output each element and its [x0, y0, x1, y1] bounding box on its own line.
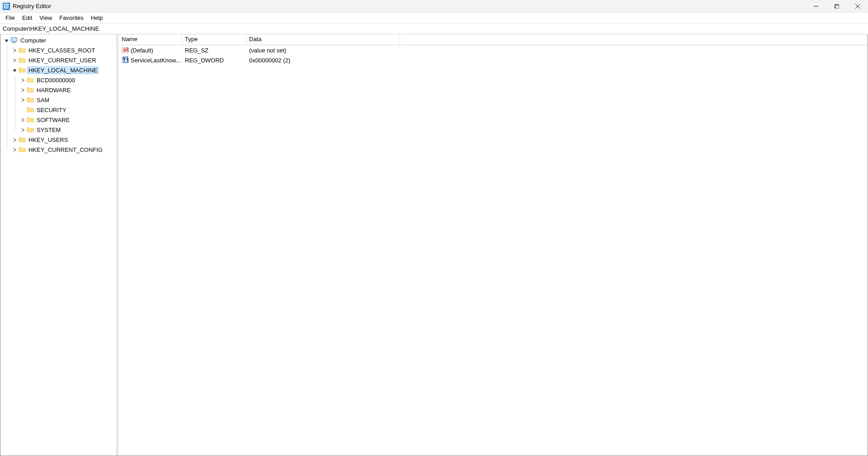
- svg-rect-17: [11, 38, 17, 41]
- window-title: Registry Editor: [13, 3, 51, 9]
- value-name: (Default): [131, 47, 153, 54]
- folder-icon: [27, 106, 34, 113]
- chevron-right-icon[interactable]: [19, 87, 26, 93]
- value-data: 0x00000002 (2): [246, 57, 400, 64]
- tree-node-label: SAM: [36, 97, 50, 103]
- tree-node-label: HKEY_LOCAL_MACHINE: [28, 67, 98, 74]
- list-header: Name Type Data: [119, 34, 868, 45]
- chevron-right-icon[interactable]: [19, 77, 26, 83]
- folder-icon: [27, 96, 34, 103]
- tree-node-computer[interactable]: Computer: [3, 35, 117, 45]
- folder-icon: [27, 126, 34, 133]
- svg-rect-3: [7, 4, 9, 5]
- svg-rect-1: [4, 4, 5, 5]
- svg-marker-20: [13, 70, 16, 72]
- chevron-right-icon[interactable]: [11, 47, 18, 53]
- menu-favorites[interactable]: Favorites: [56, 14, 87, 22]
- tree-node-hku[interactable]: HKEY_USERS: [11, 135, 117, 145]
- address-bar: [0, 24, 868, 34]
- app-icon: [3, 3, 10, 10]
- close-button[interactable]: [847, 0, 868, 13]
- folder-icon: [19, 47, 26, 54]
- value-row[interactable]: 011110 ServiceLastKnow... REG_DWORD 0x00…: [119, 55, 868, 65]
- tree-node-software[interactable]: SOFTWARE: [19, 115, 117, 125]
- header-name[interactable]: Name: [119, 34, 182, 45]
- maximize-button[interactable]: [826, 0, 847, 13]
- svg-text:110: 110: [123, 57, 129, 64]
- chevron-right-icon[interactable]: [11, 136, 18, 143]
- svg-rect-4: [4, 5, 5, 7]
- tree-node-security[interactable]: SECURITY: [19, 105, 117, 115]
- menu-edit[interactable]: Edit: [19, 14, 36, 22]
- binary-value-icon: 011110: [122, 56, 129, 64]
- chevron-right-icon[interactable]: [11, 57, 18, 63]
- svg-rect-18: [13, 42, 15, 42]
- svg-marker-15: [5, 40, 8, 42]
- tree-node-sam[interactable]: SAM: [19, 95, 117, 105]
- tree-node-system[interactable]: SYSTEM: [19, 125, 117, 135]
- tree-node-bcd[interactable]: BCD00000000: [19, 75, 117, 85]
- chevron-right-icon[interactable]: [11, 146, 18, 153]
- tree-node-label: HARDWARE: [36, 87, 71, 94]
- string-value-icon: ab: [122, 47, 129, 54]
- tree-node-label: HKEY_USERS: [28, 136, 69, 143]
- menu-bar: File Edit View Favorites Help: [0, 13, 868, 24]
- folder-icon: [19, 66, 26, 74]
- chevron-right-icon[interactable]: [19, 97, 26, 103]
- folder-icon: [19, 56, 26, 64]
- svg-rect-2: [5, 4, 7, 5]
- tree-node-label: SYSTEM: [36, 127, 61, 133]
- value-type: REG_SZ: [182, 47, 246, 54]
- value-type: REG_DWORD: [182, 57, 246, 64]
- tree-node-label: HKEY_CURRENT_USER: [28, 57, 97, 64]
- tree-node-label: HKEY_CLASSES_ROOT: [28, 47, 96, 54]
- folder-icon: [19, 136, 26, 143]
- svg-text:ab: ab: [123, 47, 129, 53]
- tree-node-label: SECURITY: [36, 107, 67, 113]
- title-bar: Registry Editor: [0, 0, 868, 13]
- folder-icon: [27, 116, 34, 123]
- tree-node-hardware[interactable]: HARDWARE: [19, 85, 117, 95]
- svg-rect-6: [7, 5, 9, 7]
- svg-rect-9: [7, 7, 9, 9]
- tree-node-label: BCD00000000: [36, 77, 76, 84]
- values-pane[interactable]: Name Type Data ab (Default) REG_SZ (valu…: [119, 34, 868, 456]
- chevron-down-icon[interactable]: [3, 37, 9, 43]
- svg-rect-7: [4, 7, 5, 9]
- header-data[interactable]: Data: [246, 34, 400, 45]
- tree-node-label: Computer: [19, 37, 47, 44]
- value-row[interactable]: ab (Default) REG_SZ (value not set): [119, 45, 868, 55]
- tree-node-label: HKEY_CURRENT_CONFIG: [28, 146, 104, 153]
- svg-rect-5: [5, 5, 7, 7]
- folder-icon: [27, 76, 34, 84]
- minimize-button[interactable]: [806, 0, 826, 13]
- menu-help[interactable]: Help: [87, 14, 107, 22]
- address-input[interactable]: [3, 25, 865, 32]
- tree-node-hkcr[interactable]: HKEY_CLASSES_ROOT: [11, 45, 117, 55]
- menu-view[interactable]: View: [36, 14, 56, 22]
- header-type[interactable]: Type: [182, 34, 246, 45]
- tree-pane[interactable]: Computer HKEY_CLASSES_ROOT: [0, 34, 117, 456]
- tree-node-hkcu[interactable]: HKEY_CURRENT_USER: [11, 55, 117, 65]
- tree-node-hkcc[interactable]: HKEY_CURRENT_CONFIG: [11, 145, 117, 155]
- chevron-right-icon[interactable]: [19, 117, 26, 123]
- svg-rect-12: [835, 5, 839, 9]
- main-area: Computer HKEY_CLASSES_ROOT: [0, 34, 868, 456]
- chevron-down-icon[interactable]: [11, 67, 18, 73]
- value-data: (value not set): [246, 47, 400, 54]
- folder-icon: [19, 146, 26, 153]
- svg-rect-19: [12, 42, 16, 43]
- svg-rect-8: [5, 7, 7, 9]
- menu-file[interactable]: File: [2, 14, 19, 22]
- chevron-right-icon[interactable]: [19, 127, 26, 133]
- value-name: ServiceLastKnow...: [131, 57, 181, 64]
- tree-node-hklm[interactable]: HKEY_LOCAL_MACHINE: [11, 65, 117, 75]
- folder-icon: [27, 86, 34, 94]
- computer-icon: [10, 37, 18, 44]
- tree-node-label: SOFTWARE: [36, 117, 71, 123]
